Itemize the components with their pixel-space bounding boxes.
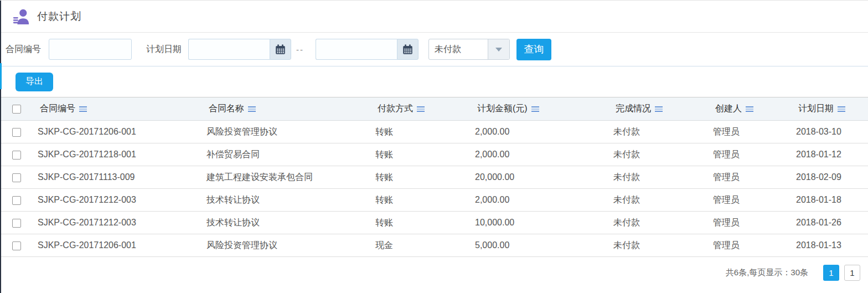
cell-amount: 2,000.00: [471, 189, 609, 212]
cell-contract-no: SJKP-CG-20171212-003: [33, 189, 202, 212]
cell-contract-name: 技术转让协议: [202, 189, 371, 212]
col-label: 创建人: [715, 104, 742, 113]
cell-amount: 20,000.00: [471, 166, 609, 189]
cell-contract-no: SJKP-CG-20171206-001: [33, 234, 202, 257]
sort-icon: [248, 106, 256, 112]
page-button-current[interactable]: 1: [823, 265, 839, 281]
cell-pay-method: 转账: [371, 121, 471, 143]
row-checkbox[interactable]: [12, 219, 21, 228]
table-row: SJKP-CG-20171206-001 风险投资管理协议 转账 2,000.0…: [0, 121, 868, 143]
row-checkbox[interactable]: [12, 151, 21, 160]
cell-contract-no: SJKP-CG-20171206-001: [33, 121, 202, 143]
pagination-summary: 共6条,每页显示：30条: [726, 268, 808, 278]
cell-plan-date: 2018-01-13: [792, 234, 868, 257]
payment-status-selected-value: 未付款: [429, 44, 488, 55]
cell-pay-method: 转账: [371, 166, 471, 189]
col-label: 完成情况: [616, 104, 651, 113]
col-label: 合同编号: [40, 104, 75, 113]
row-checkbox[interactable]: [12, 173, 21, 182]
col-header-creator[interactable]: 创建人: [709, 97, 792, 121]
cell-plan-date: 2018-01-26: [792, 212, 868, 234]
cell-pay-method: 转账: [371, 212, 471, 234]
payment-plan-page: 付款计划 合同编号 计划日期: [0, 0, 868, 293]
date-range-separator: --: [296, 45, 304, 54]
cell-creator: 管理员: [709, 212, 792, 234]
contract-no-label: 合同编号: [6, 44, 41, 55]
person-list-icon: [12, 8, 30, 25]
col-header-contract-name[interactable]: 合同名称: [202, 97, 371, 121]
sort-icon: [417, 106, 425, 112]
cell-amount: 10,000.00: [471, 212, 609, 234]
plan-date-label: 计划日期: [146, 44, 182, 55]
cell-pay-method: 现金: [371, 234, 471, 257]
sort-icon: [531, 106, 539, 112]
calendar-icon: [402, 44, 414, 55]
cell-amount: 2,000.00: [471, 121, 609, 143]
payment-status-select[interactable]: 未付款: [428, 39, 510, 60]
title-bar: 付款计划: [0, 1, 868, 33]
cell-amount: 2,000.00: [471, 143, 609, 166]
row-checkbox[interactable]: [12, 241, 21, 250]
date-from-group: [188, 39, 291, 60]
cell-creator: 管理员: [709, 121, 792, 143]
contract-no-input[interactable]: [49, 39, 132, 60]
row-checkbox[interactable]: [12, 196, 21, 205]
col-header-plan-date[interactable]: 计划日期: [792, 97, 868, 121]
left-accent-bar: [0, 63, 2, 89]
cell-pay-method: 转账: [371, 189, 471, 212]
calendar-icon: [275, 44, 286, 55]
table-header-row: 合同编号 合同名称 付款方式 计划金额(元) 完成情况 创建人 计划日期: [0, 97, 868, 121]
toolbar: 导出: [0, 66, 868, 97]
col-label: 计划日期: [798, 104, 834, 113]
cell-contract-no: SJKP-CG-20171113-009: [33, 166, 202, 189]
date-to-group: [316, 39, 418, 60]
pagination-bar: 共6条,每页显示：30条 1 1: [0, 257, 868, 288]
col-header-contract-no[interactable]: 合同编号: [33, 97, 202, 121]
sort-icon: [838, 106, 845, 112]
cell-contract-name: 补偿贸易合同: [202, 143, 371, 166]
select-arrow-area[interactable]: [488, 39, 509, 59]
cell-status: 未付款: [609, 189, 709, 212]
export-button[interactable]: 导出: [16, 73, 53, 91]
cell-creator: 管理员: [709, 143, 792, 166]
table-row: SJKP-CG-20171212-003 技术转让协议 转账 10,000.00…: [0, 212, 868, 234]
cell-status: 未付款: [609, 121, 709, 143]
cell-plan-date: 2018-01-18: [792, 189, 868, 212]
table-row: SJKP-CG-20171218-001 补偿贸易合同 转账 2,000.00 …: [0, 143, 868, 166]
col-label: 合同名称: [209, 104, 244, 113]
cell-plan-date: 2018-02-09: [792, 166, 868, 189]
col-header-pay-method[interactable]: 付款方式: [371, 97, 471, 121]
cell-status: 未付款: [609, 143, 709, 166]
sort-icon: [746, 106, 753, 112]
cell-plan-date: 2018-01-12: [792, 143, 868, 166]
col-header-status[interactable]: 完成情况: [609, 97, 709, 121]
cell-contract-name: 风险投资管理协议: [202, 121, 371, 143]
date-from-calendar-button[interactable]: [270, 39, 291, 60]
left-edge-divider: [0, 1, 1, 293]
date-to-input[interactable]: [316, 39, 397, 60]
cell-contract-name: 风险投资管理协议: [202, 234, 371, 257]
cell-contract-no: SJKP-CG-20171212-003: [33, 212, 202, 234]
table-row: SJKP-CG-20171113-009 建筑工程建设安装承包合同 转账 20,…: [0, 166, 868, 189]
select-all-checkbox[interactable]: [12, 105, 21, 114]
search-button[interactable]: 查询: [516, 39, 551, 60]
page-title: 付款计划: [37, 9, 81, 24]
page-jump-box[interactable]: 1: [844, 265, 860, 281]
cell-status: 未付款: [609, 234, 709, 257]
cell-amount: 5,000.00: [471, 234, 609, 257]
row-checkbox[interactable]: [12, 128, 21, 137]
date-from-input[interactable]: [188, 39, 270, 60]
cell-pay-method: 转账: [371, 143, 471, 166]
cell-contract-name: 技术转让协议: [202, 212, 371, 234]
sort-icon: [79, 106, 87, 112]
cell-creator: 管理员: [709, 234, 792, 257]
date-to-calendar-button[interactable]: [397, 39, 418, 60]
cell-creator: 管理员: [709, 189, 792, 212]
payment-plan-table: 合同编号 合同名称 付款方式 计划金额(元) 完成情况 创建人 计划日期 SJK…: [0, 97, 868, 257]
table-row: SJKP-CG-20171206-001 风险投资管理协议 现金 5,000.0…: [0, 234, 868, 257]
col-header-amount[interactable]: 计划金额(元): [471, 97, 609, 121]
table-row: SJKP-CG-20171212-003 技术转让协议 转账 2,000.00 …: [0, 189, 868, 212]
cell-status: 未付款: [609, 166, 709, 189]
cell-contract-name: 建筑工程建设安装承包合同: [202, 166, 371, 189]
cell-plan-date: 2018-03-10: [792, 121, 868, 143]
